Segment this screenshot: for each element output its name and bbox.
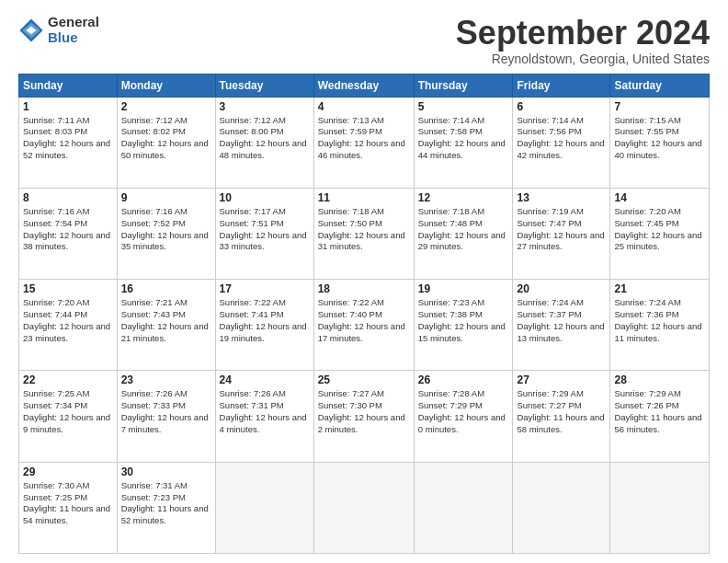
- day-number: 13: [517, 191, 606, 204]
- table-cell: 10Sunrise: 7:17 AM Sunset: 7:51 PM Dayli…: [215, 188, 313, 279]
- day-number: 25: [318, 373, 410, 386]
- day-number: 22: [23, 373, 113, 386]
- table-cell: [414, 462, 513, 553]
- day-info: Sunrise: 7:16 AM Sunset: 7:54 PM Dayligh…: [23, 206, 113, 253]
- calendar-header-row: Sunday Monday Tuesday Wednesday Thursday…: [19, 74, 710, 97]
- header-friday: Friday: [513, 74, 610, 97]
- day-info: Sunrise: 7:30 AM Sunset: 7:25 PM Dayligh…: [23, 480, 113, 527]
- day-number: 1: [23, 100, 113, 113]
- week-row-5: 29Sunrise: 7:30 AM Sunset: 7:25 PM Dayli…: [19, 462, 710, 553]
- title-month: September 2024: [456, 15, 710, 52]
- week-row-1: 1Sunrise: 7:11 AM Sunset: 8:03 PM Daylig…: [19, 97, 710, 188]
- table-cell: 26Sunrise: 7:28 AM Sunset: 7:29 PM Dayli…: [414, 371, 513, 462]
- day-info: Sunrise: 7:28 AM Sunset: 7:29 PM Dayligh…: [418, 388, 509, 435]
- day-info: Sunrise: 7:22 AM Sunset: 7:41 PM Dayligh…: [220, 297, 310, 344]
- table-cell: [610, 462, 710, 553]
- day-number: 20: [517, 282, 606, 295]
- day-number: 9: [121, 191, 211, 204]
- day-info: Sunrise: 7:24 AM Sunset: 7:37 PM Dayligh…: [517, 297, 606, 344]
- calendar: Sunday Monday Tuesday Wednesday Thursday…: [18, 74, 710, 554]
- table-cell: 14Sunrise: 7:20 AM Sunset: 7:45 PM Dayli…: [610, 188, 710, 279]
- day-number: 11: [318, 191, 410, 204]
- day-info: Sunrise: 7:12 AM Sunset: 8:00 PM Dayligh…: [220, 115, 310, 162]
- title-location: Reynoldstown, Georgia, United States: [456, 52, 710, 66]
- day-info: Sunrise: 7:31 AM Sunset: 7:23 PM Dayligh…: [121, 480, 211, 527]
- day-number: 18: [318, 282, 410, 295]
- table-cell: 16Sunrise: 7:21 AM Sunset: 7:43 PM Dayli…: [117, 280, 215, 371]
- table-cell: 9Sunrise: 7:16 AM Sunset: 7:52 PM Daylig…: [117, 188, 215, 279]
- day-info: Sunrise: 7:26 AM Sunset: 7:31 PM Dayligh…: [220, 388, 310, 435]
- day-info: Sunrise: 7:25 AM Sunset: 7:34 PM Dayligh…: [23, 388, 113, 435]
- day-info: Sunrise: 7:21 AM Sunset: 7:43 PM Dayligh…: [121, 297, 211, 344]
- table-cell: 29Sunrise: 7:30 AM Sunset: 7:25 PM Dayli…: [19, 462, 118, 553]
- header-wednesday: Wednesday: [313, 74, 414, 97]
- header-saturday: Saturday: [610, 74, 710, 97]
- day-number: 5: [418, 100, 509, 113]
- day-info: Sunrise: 7:24 AM Sunset: 7:36 PM Dayligh…: [614, 297, 705, 344]
- day-info: Sunrise: 7:22 AM Sunset: 7:40 PM Dayligh…: [318, 297, 410, 344]
- table-cell: 7Sunrise: 7:15 AM Sunset: 7:55 PM Daylig…: [610, 97, 710, 188]
- table-cell: 2Sunrise: 7:12 AM Sunset: 8:02 PM Daylig…: [117, 97, 215, 188]
- table-cell: 12Sunrise: 7:18 AM Sunset: 7:48 PM Dayli…: [414, 188, 513, 279]
- day-number: 15: [23, 282, 113, 295]
- table-cell: 4Sunrise: 7:13 AM Sunset: 7:59 PM Daylig…: [313, 97, 414, 188]
- day-number: 26: [418, 373, 509, 386]
- table-cell: 17Sunrise: 7:22 AM Sunset: 7:41 PM Dayli…: [215, 280, 313, 371]
- table-cell: [215, 462, 313, 553]
- table-cell: 8Sunrise: 7:16 AM Sunset: 7:54 PM Daylig…: [19, 188, 118, 279]
- table-cell: 5Sunrise: 7:14 AM Sunset: 7:58 PM Daylig…: [414, 97, 513, 188]
- header-monday: Monday: [117, 74, 215, 97]
- day-number: 17: [220, 282, 310, 295]
- day-number: 16: [121, 282, 211, 295]
- day-info: Sunrise: 7:20 AM Sunset: 7:44 PM Dayligh…: [23, 297, 113, 344]
- day-info: Sunrise: 7:18 AM Sunset: 7:50 PM Dayligh…: [318, 206, 410, 253]
- week-row-4: 22Sunrise: 7:25 AM Sunset: 7:34 PM Dayli…: [19, 371, 710, 462]
- day-number: 27: [517, 373, 606, 386]
- table-cell: 11Sunrise: 7:18 AM Sunset: 7:50 PM Dayli…: [313, 188, 414, 279]
- table-cell: 6Sunrise: 7:14 AM Sunset: 7:56 PM Daylig…: [513, 97, 610, 188]
- table-cell: 3Sunrise: 7:12 AM Sunset: 8:00 PM Daylig…: [215, 97, 313, 188]
- table-cell: 25Sunrise: 7:27 AM Sunset: 7:30 PM Dayli…: [313, 371, 414, 462]
- day-info: Sunrise: 7:11 AM Sunset: 8:03 PM Dayligh…: [23, 115, 113, 162]
- table-cell: 27Sunrise: 7:29 AM Sunset: 7:27 PM Dayli…: [513, 371, 610, 462]
- logo-general: General: [48, 15, 99, 30]
- title-block: September 2024 Reynoldstown, Georgia, Un…: [456, 15, 710, 66]
- day-number: 23: [121, 373, 211, 386]
- table-cell: 18Sunrise: 7:22 AM Sunset: 7:40 PM Dayli…: [313, 280, 414, 371]
- logo-text: General Blue: [48, 15, 99, 45]
- header-tuesday: Tuesday: [215, 74, 313, 97]
- logo: General Blue: [18, 15, 99, 45]
- logo-blue: Blue: [48, 30, 99, 46]
- table-cell: [513, 462, 610, 553]
- day-info: Sunrise: 7:20 AM Sunset: 7:45 PM Dayligh…: [614, 206, 705, 253]
- table-cell: 24Sunrise: 7:26 AM Sunset: 7:31 PM Dayli…: [215, 371, 313, 462]
- day-info: Sunrise: 7:18 AM Sunset: 7:48 PM Dayligh…: [418, 206, 509, 253]
- day-info: Sunrise: 7:14 AM Sunset: 7:58 PM Dayligh…: [418, 115, 509, 162]
- day-number: 19: [418, 282, 509, 295]
- day-number: 12: [418, 191, 509, 204]
- week-row-2: 8Sunrise: 7:16 AM Sunset: 7:54 PM Daylig…: [19, 188, 710, 279]
- day-number: 29: [23, 465, 113, 478]
- day-info: Sunrise: 7:13 AM Sunset: 7:59 PM Dayligh…: [318, 115, 410, 162]
- day-number: 8: [23, 191, 113, 204]
- day-info: Sunrise: 7:23 AM Sunset: 7:38 PM Dayligh…: [418, 297, 509, 344]
- day-info: Sunrise: 7:15 AM Sunset: 7:55 PM Dayligh…: [614, 115, 705, 162]
- table-cell: 21Sunrise: 7:24 AM Sunset: 7:36 PM Dayli…: [610, 280, 710, 371]
- header-sunday: Sunday: [19, 74, 118, 97]
- day-number: 3: [220, 100, 310, 113]
- day-info: Sunrise: 7:29 AM Sunset: 7:26 PM Dayligh…: [614, 388, 705, 435]
- table-cell: 20Sunrise: 7:24 AM Sunset: 7:37 PM Dayli…: [513, 280, 610, 371]
- day-info: Sunrise: 7:14 AM Sunset: 7:56 PM Dayligh…: [517, 115, 606, 162]
- day-info: Sunrise: 7:12 AM Sunset: 8:02 PM Dayligh…: [121, 115, 211, 162]
- day-number: 7: [614, 100, 705, 113]
- table-cell: 19Sunrise: 7:23 AM Sunset: 7:38 PM Dayli…: [414, 280, 513, 371]
- header-thursday: Thursday: [414, 74, 513, 97]
- day-number: 28: [614, 373, 705, 386]
- day-number: 6: [517, 100, 606, 113]
- day-number: 21: [614, 282, 705, 295]
- week-row-3: 15Sunrise: 7:20 AM Sunset: 7:44 PM Dayli…: [19, 280, 710, 371]
- day-info: Sunrise: 7:17 AM Sunset: 7:51 PM Dayligh…: [220, 206, 310, 253]
- day-info: Sunrise: 7:19 AM Sunset: 7:47 PM Dayligh…: [517, 206, 606, 253]
- table-cell: 13Sunrise: 7:19 AM Sunset: 7:47 PM Dayli…: [513, 188, 610, 279]
- table-cell: 28Sunrise: 7:29 AM Sunset: 7:26 PM Dayli…: [610, 371, 710, 462]
